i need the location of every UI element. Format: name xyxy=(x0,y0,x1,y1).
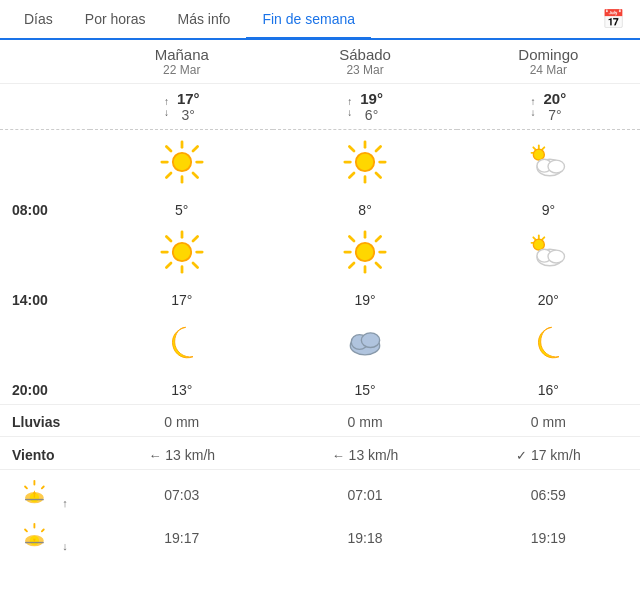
row-wind: Viento ← 13 km/h ← 13 km/h ✓ 17 km/h xyxy=(0,441,640,470)
svg-line-5 xyxy=(193,173,198,178)
up-arrow-label: ↑ xyxy=(62,497,68,509)
svg-line-7 xyxy=(166,173,171,178)
sunset-manana: 19:17 xyxy=(90,516,273,559)
sunrise-manana: 07:03 xyxy=(90,473,273,516)
sunset-sabado: 19:18 xyxy=(273,516,456,559)
svg-line-14 xyxy=(376,173,381,178)
hilo-sabado: ↑ ↓ 19° 6° xyxy=(277,90,452,123)
row-08-icon xyxy=(0,134,640,196)
svg-line-6 xyxy=(193,146,198,151)
svg-line-30 xyxy=(166,236,171,241)
row-rain: Lluvias 0 mm 0 mm 0 mm xyxy=(0,408,640,437)
wind-speed-sabado: 13 km/h xyxy=(349,447,399,463)
row-20-temp: 20:00 13° 15° 16° xyxy=(0,376,640,405)
svg-point-8 xyxy=(173,152,191,170)
svg-line-67 xyxy=(42,529,44,531)
svg-line-33 xyxy=(166,263,171,268)
hilo-row: ↑ ↓ 17° 3° ↑ ↓ 19° xyxy=(0,84,640,130)
tab-fin-de-semana[interactable]: Fin de semana xyxy=(246,1,371,40)
wind-dir-sabado: ← xyxy=(332,448,345,463)
calendar-icon[interactable]: 📅 xyxy=(594,0,632,38)
row-sunrise: ↑ 07:03 07:01 06:59 xyxy=(0,473,640,516)
row-14-icon xyxy=(0,224,640,286)
svg-line-31 xyxy=(193,263,198,268)
tab-mas-info[interactable]: Más info xyxy=(162,1,247,37)
svg-point-48 xyxy=(534,239,545,250)
row-20-icon xyxy=(0,314,640,376)
svg-line-16 xyxy=(349,173,354,178)
sunrise-icon xyxy=(22,479,58,507)
row-14-temp: 14:00 17° 19° 20° xyxy=(0,286,640,314)
svg-line-58 xyxy=(25,486,27,488)
row-sunset: ↓ 19:17 19:18 19:19 xyxy=(0,516,640,559)
svg-line-66 xyxy=(25,529,27,531)
down-arrow-label: ↓ xyxy=(62,540,68,552)
svg-line-40 xyxy=(376,263,381,268)
svg-line-59 xyxy=(42,486,44,488)
svg-point-25 xyxy=(548,160,565,173)
svg-line-4 xyxy=(166,146,171,151)
svg-point-22 xyxy=(534,149,545,160)
sun-icon-1400-sabado xyxy=(343,230,387,274)
tab-bar: Días Por horas Más info Fin de semana 📅 xyxy=(0,0,640,40)
svg-line-42 xyxy=(349,263,354,268)
moon-icon-2000-manana xyxy=(160,320,204,364)
cloudsun-icon-0800-domingo xyxy=(526,140,570,184)
svg-point-43 xyxy=(356,242,374,260)
sun-icon-0800-manana xyxy=(160,140,204,184)
cloud-icon-2000-sabado xyxy=(343,320,387,364)
sunrise-domingo: 06:59 xyxy=(457,473,640,516)
hilo-manana: ↑ ↓ 17° 3° xyxy=(94,90,269,123)
sun-icon-1400-manana xyxy=(160,230,204,274)
cloudsun-icon-1400-domingo xyxy=(526,230,570,274)
svg-line-39 xyxy=(349,236,354,241)
hilo-domingo: ↑ ↓ 20° 7° xyxy=(461,90,636,123)
wind-dir-domingo: ✓ xyxy=(516,448,527,463)
sunset-icon xyxy=(22,522,58,550)
svg-line-41 xyxy=(376,236,381,241)
col-domingo: Domingo 24 Mar xyxy=(457,40,640,84)
wind-speed-manana: 13 km/h xyxy=(165,447,215,463)
svg-line-15 xyxy=(376,146,381,151)
wind-dir-manana: ← xyxy=(148,448,161,463)
svg-line-32 xyxy=(193,236,198,241)
sunset-domingo: 19:19 xyxy=(457,516,640,559)
sun-icon-0800-sabado xyxy=(343,140,387,184)
svg-line-13 xyxy=(349,146,354,151)
svg-point-34 xyxy=(173,242,191,260)
header-row: Mañana 22 Mar Sábado 23 Mar Domingo 24 M… xyxy=(0,40,640,84)
svg-point-17 xyxy=(356,152,374,170)
tab-por-horas[interactable]: Por horas xyxy=(69,1,162,37)
row-08-temp: 08:00 5° 8° 9° xyxy=(0,196,640,224)
svg-point-51 xyxy=(548,250,565,263)
svg-point-54 xyxy=(361,332,379,347)
moon-icon-2000-domingo xyxy=(526,320,570,364)
wind-speed-domingo: 17 km/h xyxy=(531,447,581,463)
tab-dias[interactable]: Días xyxy=(8,1,69,37)
weather-table: Mañana 22 Mar Sábado 23 Mar Domingo 24 M… xyxy=(0,40,640,559)
sunrise-sabado: 07:01 xyxy=(273,473,456,516)
col-sabado: Sábado 23 Mar xyxy=(273,40,456,84)
col-manana: Mañana 22 Mar xyxy=(90,40,273,84)
svg-marker-62 xyxy=(33,490,36,494)
